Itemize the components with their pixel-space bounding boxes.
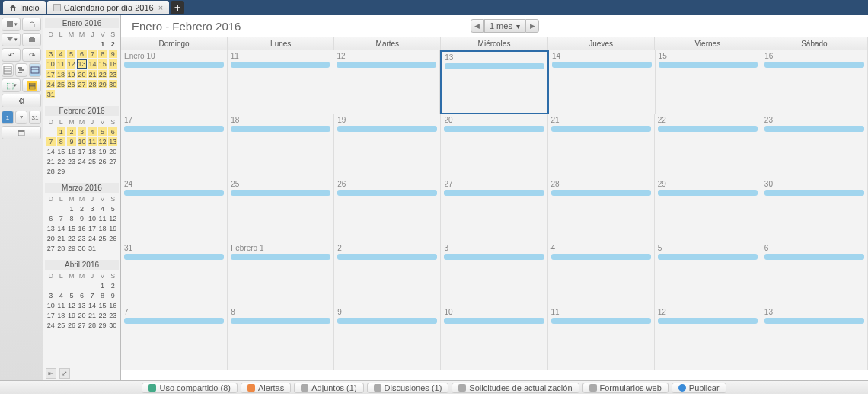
minical-day[interactable]: 20 — [46, 234, 56, 242]
minical-day[interactable]: 6 — [77, 50, 87, 58]
event-bar[interactable] — [231, 126, 330, 132]
settings-button[interactable]: ⚙ — [2, 94, 41, 107]
calendar-day[interactable]: 11 — [228, 50, 334, 114]
minical-day[interactable]: 10 — [46, 59, 55, 69]
event-bar[interactable] — [337, 62, 436, 68]
minical-day[interactable]: 23 — [67, 157, 76, 165]
minical-day[interactable]: 14 — [88, 301, 97, 309]
event-bar[interactable] — [764, 318, 864, 324]
minical-day[interactable]: 8 — [67, 214, 76, 223]
minical-day[interactable]: 7 — [88, 291, 97, 300]
event-bar[interactable] — [337, 254, 437, 260]
minical-day[interactable]: 11 — [88, 137, 97, 146]
minical-day[interactable]: 27 — [78, 321, 87, 329]
minical-day[interactable]: 8 — [57, 137, 66, 146]
minical-day[interactable]: 30 — [78, 244, 87, 252]
minical-day[interactable]: 14 — [46, 147, 56, 155]
minical-day[interactable]: 18 — [88, 147, 97, 155]
minical-day[interactable]: 31 — [88, 244, 97, 252]
event-bar[interactable] — [124, 254, 224, 260]
event-bar[interactable] — [444, 126, 544, 132]
minical-day[interactable]: 5 — [67, 291, 76, 300]
calendar-day[interactable]: 29 — [655, 178, 761, 242]
minical-day[interactable]: 27 — [77, 80, 87, 88]
event-bar[interactable] — [658, 126, 758, 132]
minical-day[interactable]: 21 — [46, 157, 56, 165]
minical-day[interactable]: 17 — [88, 224, 97, 232]
minical-day[interactable]: 15 — [98, 301, 107, 309]
calendar-day[interactable]: 7 — [121, 306, 228, 370]
web-forms-button[interactable]: Formularios web — [582, 383, 669, 393]
event-bar[interactable] — [658, 190, 758, 196]
day7-button[interactable]: 7 — [15, 111, 27, 124]
event-bar[interactable] — [659, 62, 758, 68]
calendar-day[interactable]: 12 — [333, 50, 440, 114]
minical-day[interactable]: 22 — [57, 157, 66, 165]
event-bar[interactable] — [764, 254, 864, 260]
minical-day[interactable]: 9 — [78, 214, 87, 223]
minical-day[interactable]: 2 — [108, 281, 117, 290]
calendar-day[interactable]: 6 — [761, 242, 868, 306]
calendar-day[interactable]: 2 — [334, 242, 441, 306]
event-bar[interactable] — [764, 62, 864, 68]
minical-day[interactable]: 29 — [98, 321, 107, 329]
share-sheet-button[interactable]: ⬚▾ — [2, 78, 21, 92]
day31-button[interactable]: 31 — [29, 111, 41, 124]
minical-day[interactable]: 28 — [57, 244, 66, 252]
minical-day[interactable]: 7 — [46, 137, 56, 146]
calendar-day[interactable]: 18 — [228, 114, 334, 178]
close-icon[interactable]: × — [158, 3, 163, 12]
calendar-day[interactable]: 17 — [121, 114, 228, 178]
minical-day[interactable]: 25 — [57, 321, 66, 329]
minical-day[interactable]: 16 — [108, 301, 117, 309]
minical-day[interactable]: 10 — [78, 137, 87, 146]
event-bar[interactable] — [444, 254, 544, 260]
redo-button[interactable]: ↷ — [22, 48, 41, 62]
event-bar[interactable] — [124, 62, 224, 68]
minical-day[interactable]: 5 — [67, 50, 75, 58]
minical-day[interactable]: 1 — [57, 127, 66, 136]
discussions-button[interactable]: Discusiones (1) — [367, 383, 449, 393]
highlight-button[interactable]: ▤ — [22, 78, 41, 92]
minical-day[interactable]: 13 — [108, 137, 117, 146]
calendar-day[interactable]: 20 — [441, 114, 547, 178]
minical-day[interactable]: 27 — [46, 244, 56, 252]
calendar-day[interactable]: Enero 10 — [121, 50, 228, 114]
minical-day[interactable]: 16 — [67, 147, 76, 155]
calendar-day[interactable]: 19 — [334, 114, 441, 178]
calendar-day[interactable]: 4 — [548, 242, 655, 306]
minical-day[interactable]: 7 — [57, 214, 66, 223]
minical-day[interactable]: 19 — [67, 70, 75, 78]
minical-day[interactable]: 3 — [88, 204, 97, 213]
event-bar[interactable] — [764, 126, 864, 132]
calendar-day[interactable]: 28 — [548, 178, 655, 242]
event-bar[interactable] — [445, 63, 544, 69]
minical-day[interactable]: 25 — [56, 80, 65, 88]
minical-day[interactable]: 26 — [108, 234, 117, 242]
minical-day[interactable]: 12 — [67, 301, 76, 309]
calendar-day[interactable]: 12 — [655, 306, 761, 370]
calendar-day[interactable]: 16 — [761, 50, 868, 114]
calendar-day[interactable]: 24 — [121, 178, 228, 242]
event-bar[interactable] — [337, 126, 437, 132]
minical-day[interactable]: 18 — [56, 70, 65, 78]
calendar-view-button[interactable] — [29, 63, 41, 77]
minical-day[interactable]: 24 — [46, 321, 56, 329]
minical-day[interactable]: 10 — [46, 301, 56, 309]
minical-day[interactable]: 30 — [108, 321, 117, 329]
event-bar[interactable] — [337, 318, 437, 324]
minical-day[interactable]: 5 — [98, 127, 107, 136]
calendar-day[interactable]: 30 — [761, 178, 868, 242]
minical-day[interactable]: 14 — [57, 224, 66, 232]
minical-day[interactable]: 15 — [98, 59, 107, 69]
gantt-view-button[interactable] — [15, 63, 27, 77]
calendar-day[interactable]: 11 — [548, 306, 655, 370]
print-button[interactable] — [22, 33, 41, 46]
tab-calendar[interactable]: Calendario por día 2016 × — [47, 1, 169, 14]
attachments-button[interactable]: Adjuntos (1) — [294, 383, 363, 393]
minical-day[interactable]: 26 — [98, 157, 107, 165]
minical-day[interactable]: 29 — [98, 80, 107, 88]
minical-day[interactable]: 26 — [67, 80, 75, 88]
minical-day[interactable]: 3 — [46, 50, 55, 58]
minical-day[interactable]: 20 — [77, 70, 87, 78]
